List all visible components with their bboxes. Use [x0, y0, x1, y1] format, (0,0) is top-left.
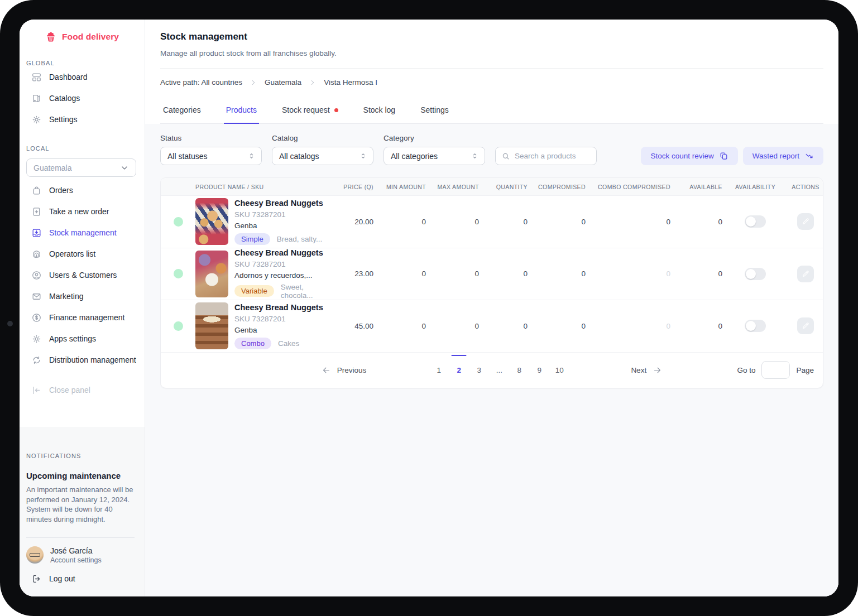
- available-cell: 0: [670, 322, 722, 330]
- camera-dot: [7, 321, 13, 326]
- page-numbers: 1 2 3 ... 8 9 10: [432, 364, 566, 377]
- shopping-bag-icon: [31, 185, 42, 196]
- availability-toggle[interactable]: [745, 215, 766, 228]
- sidebar-item-take-new-order[interactable]: Take a new order: [20, 201, 145, 222]
- edit-button[interactable]: [797, 213, 814, 230]
- logout-icon: [31, 574, 42, 584]
- sidebar-item-label: Apps settings: [49, 334, 96, 343]
- sidebar: Food delivery GLOBAL Dashboard Catalogs …: [20, 20, 145, 596]
- sidebar-item-apps-settings[interactable]: Apps settings: [20, 328, 145, 349]
- app-logo[interactable]: Food delivery: [20, 20, 145, 43]
- select-chevrons-icon: [471, 152, 479, 160]
- max-amount-cell: 0: [426, 322, 479, 330]
- breadcrumb-item-guatemala[interactable]: Guatemala: [265, 78, 301, 86]
- goto-page-input[interactable]: [761, 361, 790, 379]
- product-sku: SKU 73287201: [234, 210, 324, 219]
- tab-stock-log[interactable]: Stock log: [361, 103, 398, 124]
- product-search[interactable]: [495, 147, 597, 165]
- sidebar-item-distribution-management[interactable]: Distribution management: [20, 349, 145, 370]
- stock-count-review-button[interactable]: Stock count review: [641, 147, 737, 165]
- region-select[interactable]: Guatemala: [26, 158, 136, 177]
- product-category-note: Sweet, chocola...: [281, 283, 324, 300]
- status-dot: [174, 269, 183, 278]
- page-number-2-active[interactable]: 2: [452, 364, 466, 377]
- compromised-cell: 0: [528, 322, 586, 330]
- page-ellipsis: ...: [492, 364, 506, 377]
- page-number-3[interactable]: 3: [472, 364, 486, 377]
- main-content: Stock management Manage all product stoc…: [145, 20, 838, 596]
- tab-settings[interactable]: Settings: [418, 103, 451, 124]
- notifications-panel: NOTIFICATIONS Upcoming maintenance An im…: [20, 427, 145, 596]
- available-cell: 0: [670, 270, 722, 278]
- product-name: Cheesy Bread Nuggets: [234, 303, 324, 312]
- page-number-8[interactable]: 8: [512, 364, 526, 377]
- edit-button[interactable]: [797, 266, 814, 282]
- status-select-value: All statuses: [167, 152, 208, 161]
- min-amount-cell: 0: [373, 270, 426, 278]
- notification-dot: [334, 108, 338, 112]
- column-header: MAX AMOUNT: [426, 184, 479, 190]
- sidebar-item-operators-list[interactable]: Operators list: [20, 243, 145, 264]
- chevron-down-icon: [120, 163, 129, 172]
- pencil-icon: [801, 270, 810, 278]
- account-settings-link[interactable]: Account settings: [50, 556, 102, 564]
- sidebar-item-catalogs[interactable]: Catalogs: [20, 88, 145, 109]
- sidebar-item-marketing[interactable]: Marketing: [20, 286, 145, 307]
- product-type-badge: Variable: [234, 285, 274, 297]
- sidebar-item-stock-management[interactable]: Stock management: [20, 222, 145, 243]
- breadcrumb: Active path: All countries Guatemala Vis…: [160, 69, 823, 96]
- user-circle-icon: [31, 270, 42, 281]
- min-amount-cell: 0: [373, 218, 426, 226]
- status-select[interactable]: All statuses: [160, 147, 262, 165]
- tab-products[interactable]: Products: [224, 103, 259, 124]
- account-settings[interactable]: José García Account settings: [26, 546, 135, 564]
- table-header: PRODUCT NAME / SKU PRICE (Q) MIN AMOUNT …: [161, 178, 823, 195]
- chevron-right-icon: [250, 79, 257, 86]
- envelope-icon: [31, 291, 42, 302]
- wasted-report-button[interactable]: Wasted report: [743, 147, 823, 165]
- sidebar-item-orders[interactable]: Orders: [20, 180, 145, 201]
- sidebar-item-label: Operators list: [49, 249, 95, 258]
- sidebar-item-label: Stock management: [49, 228, 117, 237]
- quantity-cell: 0: [479, 270, 528, 278]
- user-name: José García: [50, 546, 102, 555]
- sync-arrows-icon: [31, 355, 42, 365]
- product-image: [195, 251, 228, 297]
- search-input[interactable]: [515, 152, 591, 160]
- breadcrumb-item-vista-hermosa[interactable]: Vista Hermosa I: [324, 78, 377, 86]
- close-panel-button[interactable]: Close panel: [20, 379, 145, 401]
- sidebar-item-dashboard[interactable]: Dashboard: [20, 66, 145, 88]
- tab-stock-request[interactable]: Stock request: [280, 103, 341, 124]
- stock-count-review-label: Stock count review: [650, 152, 713, 160]
- sidebar-item-settings[interactable]: Settings: [20, 109, 145, 130]
- page-number-1[interactable]: 1: [432, 364, 445, 377]
- sidebar-item-label: Settings: [49, 115, 78, 124]
- sidebar-item-finance-management[interactable]: Finance management: [20, 307, 145, 328]
- price-cell: 23.00: [329, 270, 373, 278]
- edit-button[interactable]: [797, 317, 814, 334]
- collapse-left-icon: [31, 385, 42, 396]
- category-select[interactable]: All categories: [384, 147, 485, 165]
- dashboard-icon: [31, 72, 42, 83]
- availability-toggle[interactable]: [745, 268, 766, 280]
- price-cell: 20.00: [329, 218, 373, 226]
- sidebar-section-global: GLOBAL: [20, 60, 145, 66]
- logout-button[interactable]: Log out: [26, 574, 135, 584]
- page-number-10[interactable]: 10: [553, 364, 566, 377]
- product-name: Cheesy Bread Nuggets: [234, 199, 324, 208]
- sidebar-item-users-customers[interactable]: Users & Customers: [20, 264, 145, 286]
- breadcrumb-root[interactable]: Active path: All countries: [160, 78, 242, 86]
- availability-toggle[interactable]: [745, 320, 766, 332]
- catalog-select[interactable]: All catalogs: [272, 147, 373, 165]
- search-icon: [501, 152, 510, 161]
- previous-page-button[interactable]: Previous: [322, 365, 367, 375]
- fingerprint-icon: [31, 249, 42, 259]
- page-number-9[interactable]: 9: [533, 364, 546, 377]
- next-page-button[interactable]: Next: [631, 365, 662, 375]
- status-dot: [174, 321, 183, 331]
- product-catalog: Genba: [234, 222, 324, 230]
- next-label: Next: [631, 366, 646, 374]
- brand-name: Food delivery: [62, 32, 119, 42]
- tab-categories[interactable]: Categories: [161, 103, 203, 124]
- sidebar-item-label: Take a new order: [49, 207, 109, 216]
